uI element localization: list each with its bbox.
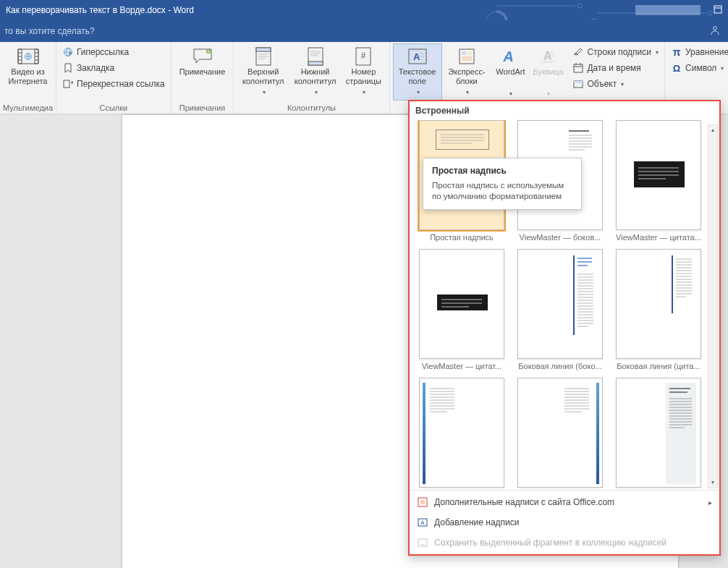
gallery-item-label: Боковая линия (цита... <box>612 362 705 370</box>
gallery-item-label: Простая надпись <box>415 233 508 242</box>
dropcap-button: A Буквица▾ <box>529 43 567 102</box>
save-selection-icon <box>417 537 428 548</box>
chevron-down-icon: ▾ <box>547 89 550 98</box>
signature-icon <box>572 46 584 58</box>
bookmark-icon <box>62 62 74 74</box>
tooltip: Простая надпись Простая надпись с исполь… <box>423 158 582 210</box>
crossref-icon <box>62 78 74 90</box>
hyperlink-icon <box>62 46 74 58</box>
crossref-button[interactable]: Перекрестная ссылка <box>59 77 168 91</box>
chevron-down-icon: ▾ <box>721 65 724 72</box>
quickparts-button[interactable]: Экспресс-блоки▾ <box>442 43 492 101</box>
more-from-office-button[interactable]: Дополнительные надписи с сайта Office.co… <box>410 492 719 512</box>
svg-rect-31 <box>256 48 271 51</box>
more-label: Дополнительные надписи с сайта Office.co… <box>434 497 614 507</box>
footer-label: Нижний колонтитул <box>295 67 337 86</box>
object-label: Объект <box>587 79 617 89</box>
comment-label: Примечание <box>179 67 226 77</box>
signature-line-button[interactable]: Строки подписи▾ <box>570 45 661 59</box>
gallery-item[interactable]: Боковая линия (боко... <box>514 249 606 370</box>
share-icon[interactable] <box>709 25 721 38</box>
gallery-item-label: ViewMaster — боков... <box>514 233 606 242</box>
pagenum-label: Номер страницы <box>346 67 381 86</box>
gallery-item-label: Боковая линия (боко... <box>514 362 606 370</box>
chevron-down-icon: ▾ <box>315 88 318 97</box>
gallery-scrollbar[interactable]: ▴ ▾ <box>708 124 718 488</box>
quickparts-icon <box>455 47 478 66</box>
bookmark-label: Закладка <box>77 63 114 73</box>
gallery-item[interactable]: ViewMaster — цитат... <box>415 249 508 370</box>
tell-me-prompt: то вы хотите сделать? <box>4 26 95 36</box>
chevron-down-icon: ▾ <box>417 88 420 97</box>
svg-text:A: A <box>502 48 516 64</box>
draw-textbox-button[interactable]: A Добавление надписи <box>410 512 719 533</box>
svg-rect-61 <box>574 81 583 83</box>
bookmark-button[interactable]: Закладка <box>59 61 168 75</box>
gallery-item[interactable]: Боковая панель "Асп... <box>514 378 606 490</box>
group-label-links: Ссылки <box>59 102 168 114</box>
svg-rect-56 <box>574 64 583 72</box>
group-label-multimedia: Мультимедиа <box>3 102 53 114</box>
textbox-button[interactable]: A Текстовое поле▾ <box>393 43 442 101</box>
dropcap-icon: A <box>536 47 559 66</box>
chevron-down-icon: ▾ <box>656 49 659 56</box>
chevron-down-icon: ▾ <box>263 88 266 97</box>
online-video-button[interactable]: Видео из Интернета <box>3 43 53 90</box>
svg-rect-49 <box>467 51 472 55</box>
tell-me-bar[interactable]: то вы хотите сделать? <box>0 20 728 42</box>
pi-icon: π <box>671 46 682 58</box>
hyperlink-button[interactable]: Гиперссылка <box>59 45 168 59</box>
online-video-label: Видео из Интернета <box>8 67 48 86</box>
chevron-down-icon: ▾ <box>509 89 512 98</box>
document-title: Как переворачивать текст в Ворде.docx - … <box>6 5 194 15</box>
gallery-item-label: ViewMaster — цитата... <box>612 233 705 242</box>
datetime-button[interactable]: Дата и время <box>570 61 661 75</box>
header-button[interactable]: Верхний колонтитул▾ <box>237 43 289 101</box>
object-icon <box>572 78 584 90</box>
svg-rect-36 <box>308 62 323 65</box>
title-bar: Как переворачивать текст в Ворде.docx - … <box>0 0 728 20</box>
symbol-button[interactable]: Ω Символ▾ <box>668 61 728 75</box>
chevron-right-icon: ▸ <box>708 499 712 506</box>
gallery-item-label: ViewMaster — цитат... <box>415 362 508 370</box>
textbox-label: Текстовое поле <box>398 67 437 86</box>
film-icon <box>17 47 40 66</box>
textbox-icon: A <box>406 47 429 66</box>
save-selection-label: Сохранить выделенный фрагмент в коллекци… <box>434 538 666 548</box>
save-selection-button: Сохранить выделенный фрагмент в коллекци… <box>410 533 719 553</box>
equation-button[interactable]: π Уравнение <box>668 45 728 59</box>
quickparts-label: Экспресс-блоки <box>447 67 487 86</box>
wordart-label: WordArt <box>496 67 525 77</box>
scroll-up-icon[interactable]: ▴ <box>708 125 717 135</box>
comment-icon <box>191 47 214 66</box>
header-icon <box>252 47 275 66</box>
gallery-item[interactable]: Боковая панель "Асп... <box>415 378 508 490</box>
hyperlink-label: Гиперссылка <box>77 47 129 57</box>
gallery-item[interactable]: Боковая линия (цита... <box>612 249 705 370</box>
gallery-item[interactable]: Боковая панель "Се... <box>612 378 705 490</box>
object-button[interactable]: Объект▾ <box>570 77 661 91</box>
group-label-comments: Примечания <box>174 102 231 114</box>
gallery-footer: Дополнительные надписи с сайта Office.co… <box>410 490 719 554</box>
ribbon-options-icon[interactable] <box>714 5 722 16</box>
svg-text:#: # <box>361 51 366 61</box>
wordart-button[interactable]: A WordArt▾ <box>491 43 529 102</box>
svg-rect-26 <box>64 80 69 88</box>
page-number-button[interactable]: # Номер страницы▾ <box>341 43 386 101</box>
tooltip-body: Простая надпись с используемым по умолча… <box>432 180 572 202</box>
omega-icon: Ω <box>671 62 682 74</box>
dropcap-label: Буквица <box>533 67 564 77</box>
sigline-label: Строки подписи <box>587 47 651 57</box>
gallery-item[interactable]: ViewMaster — цитата... <box>612 120 705 242</box>
footer-icon <box>304 47 327 66</box>
calendar-icon <box>572 62 584 74</box>
draw-label: Добавление надписи <box>434 517 520 527</box>
scroll-down-icon[interactable]: ▾ <box>708 478 717 488</box>
footer-button[interactable]: Нижний колонтитул▾ <box>289 43 341 101</box>
gallery-header: Встроенный <box>410 101 719 120</box>
comment-button[interactable]: Примечание <box>174 43 231 80</box>
office-icon <box>417 496 428 508</box>
tooltip-title: Простая надпись <box>432 166 572 176</box>
svg-rect-148 <box>420 500 425 504</box>
svg-text:A: A <box>420 520 425 526</box>
